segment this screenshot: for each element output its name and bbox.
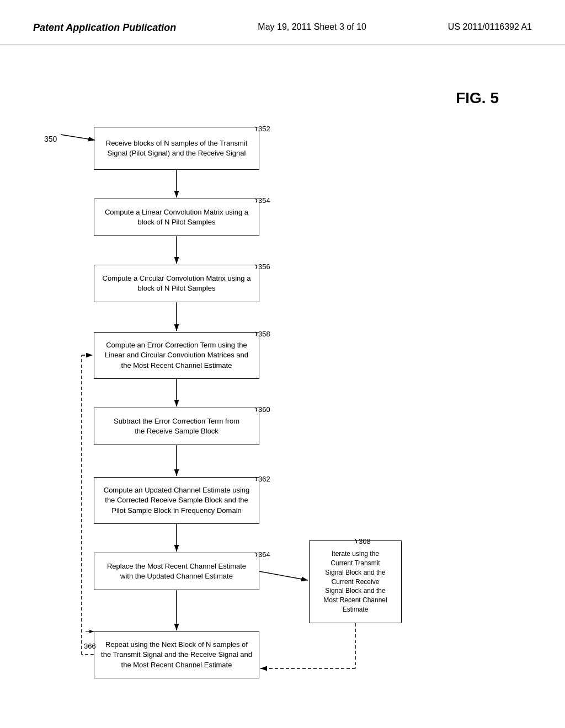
- ref-354: 354: [258, 196, 270, 205]
- ref-364: 364: [258, 550, 270, 559]
- box-358: Compute an Error Correction Term using t…: [94, 332, 259, 379]
- ref-362: 362: [258, 475, 270, 483]
- svg-line-2: [61, 135, 95, 140]
- ref-352: 352: [258, 125, 270, 133]
- box-362: Compute an Updated Channel Estimate usin…: [94, 477, 259, 524]
- box-352: Receive blocks of N samples of the Trans…: [94, 127, 259, 170]
- box-356: Compute a Circular Convolution Matrix us…: [94, 265, 259, 302]
- svg-line-10: [259, 571, 308, 580]
- date-sheet-label: May 19, 2011 Sheet 3 of 10: [258, 22, 366, 32]
- ref-368: 368: [359, 537, 371, 545]
- figure-label: FIG. 5: [456, 89, 499, 107]
- diagram-area: FIG. 5 350 Receive blocks of N samples o…: [0, 45, 565, 718]
- flow-arrows: [0, 45, 565, 718]
- box-366: Repeat using the Next Block of N samples…: [94, 631, 259, 678]
- box-354: Compute a Linear Convolution Matrix usin…: [94, 199, 259, 236]
- ref-356: 356: [258, 263, 270, 271]
- page-header: Patent Application Publication May 19, 2…: [0, 0, 565, 45]
- patent-number-label: US 2011/0116392 A1: [448, 22, 532, 32]
- ref-366: 366: [84, 642, 96, 650]
- box-364: Replace the Most Recent Channel Estimate…: [94, 553, 259, 590]
- publication-label: Patent Application Publication: [33, 22, 176, 34]
- start-ref-350: 350: [44, 135, 57, 143]
- box-368: Iterate using the Current Transmit Signa…: [309, 540, 402, 623]
- ref-360: 360: [258, 405, 270, 414]
- box-360: Subtract the Error Correction Term from …: [94, 408, 259, 445]
- ref-358: 358: [258, 330, 270, 338]
